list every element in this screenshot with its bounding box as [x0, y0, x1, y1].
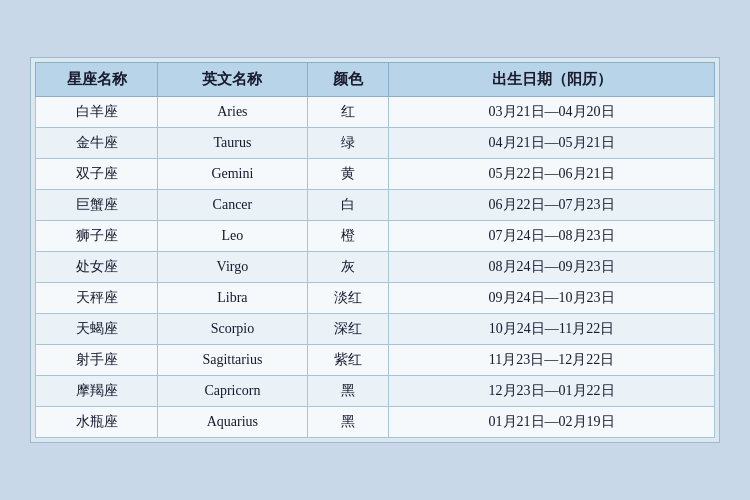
cell-color: 紫红 — [307, 345, 388, 376]
cell-cn: 摩羯座 — [36, 376, 158, 407]
cell-cn: 天蝎座 — [36, 314, 158, 345]
cell-color: 黑 — [307, 407, 388, 438]
cell-date: 01月21日—02月19日 — [389, 407, 715, 438]
cell-date: 08月24日—09月23日 — [389, 252, 715, 283]
cell-color: 红 — [307, 97, 388, 128]
table-row: 狮子座Leo橙07月24日—08月23日 — [36, 221, 715, 252]
cell-date: 06月22日—07月23日 — [389, 190, 715, 221]
cell-color: 深红 — [307, 314, 388, 345]
cell-color: 黑 — [307, 376, 388, 407]
cell-cn: 处女座 — [36, 252, 158, 283]
cell-color: 绿 — [307, 128, 388, 159]
cell-en: Aries — [158, 97, 307, 128]
cell-en: Virgo — [158, 252, 307, 283]
cell-cn: 双子座 — [36, 159, 158, 190]
cell-color: 橙 — [307, 221, 388, 252]
cell-cn: 巨蟹座 — [36, 190, 158, 221]
cell-date: 03月21日—04月20日 — [389, 97, 715, 128]
table-row: 巨蟹座Cancer白06月22日—07月23日 — [36, 190, 715, 221]
header-color: 颜色 — [307, 63, 388, 97]
table-wrapper: 星座名称 英文名称 颜色 出生日期（阳历） 白羊座Aries红03月21日—04… — [30, 57, 720, 443]
cell-color: 黄 — [307, 159, 388, 190]
cell-en: Leo — [158, 221, 307, 252]
cell-en: Sagittarius — [158, 345, 307, 376]
cell-cn: 水瓶座 — [36, 407, 158, 438]
table-header-row: 星座名称 英文名称 颜色 出生日期（阳历） — [36, 63, 715, 97]
cell-date: 10月24日—11月22日 — [389, 314, 715, 345]
cell-en: Taurus — [158, 128, 307, 159]
table-row: 双子座Gemini黄05月22日—06月21日 — [36, 159, 715, 190]
header-date: 出生日期（阳历） — [389, 63, 715, 97]
table-row: 天蝎座Scorpio深红10月24日—11月22日 — [36, 314, 715, 345]
table-row: 摩羯座Capricorn黑12月23日—01月22日 — [36, 376, 715, 407]
cell-en: Scorpio — [158, 314, 307, 345]
table-row: 处女座Virgo灰08月24日—09月23日 — [36, 252, 715, 283]
cell-cn: 金牛座 — [36, 128, 158, 159]
cell-color: 白 — [307, 190, 388, 221]
table-row: 射手座Sagittarius紫红11月23日—12月22日 — [36, 345, 715, 376]
cell-en: Cancer — [158, 190, 307, 221]
cell-date: 09月24日—10月23日 — [389, 283, 715, 314]
cell-cn: 射手座 — [36, 345, 158, 376]
cell-en: Gemini — [158, 159, 307, 190]
cell-date: 04月21日—05月21日 — [389, 128, 715, 159]
header-cn: 星座名称 — [36, 63, 158, 97]
header-en: 英文名称 — [158, 63, 307, 97]
table-body: 白羊座Aries红03月21日—04月20日金牛座Taurus绿04月21日—0… — [36, 97, 715, 438]
zodiac-table: 星座名称 英文名称 颜色 出生日期（阳历） 白羊座Aries红03月21日—04… — [35, 62, 715, 438]
cell-cn: 白羊座 — [36, 97, 158, 128]
cell-cn: 天秤座 — [36, 283, 158, 314]
cell-date: 05月22日—06月21日 — [389, 159, 715, 190]
cell-color: 淡红 — [307, 283, 388, 314]
cell-date: 07月24日—08月23日 — [389, 221, 715, 252]
table-row: 白羊座Aries红03月21日—04月20日 — [36, 97, 715, 128]
cell-date: 12月23日—01月22日 — [389, 376, 715, 407]
cell-color: 灰 — [307, 252, 388, 283]
cell-date: 11月23日—12月22日 — [389, 345, 715, 376]
cell-en: Aquarius — [158, 407, 307, 438]
cell-cn: 狮子座 — [36, 221, 158, 252]
cell-en: Libra — [158, 283, 307, 314]
table-row: 天秤座Libra淡红09月24日—10月23日 — [36, 283, 715, 314]
table-row: 水瓶座Aquarius黑01月21日—02月19日 — [36, 407, 715, 438]
cell-en: Capricorn — [158, 376, 307, 407]
table-row: 金牛座Taurus绿04月21日—05月21日 — [36, 128, 715, 159]
